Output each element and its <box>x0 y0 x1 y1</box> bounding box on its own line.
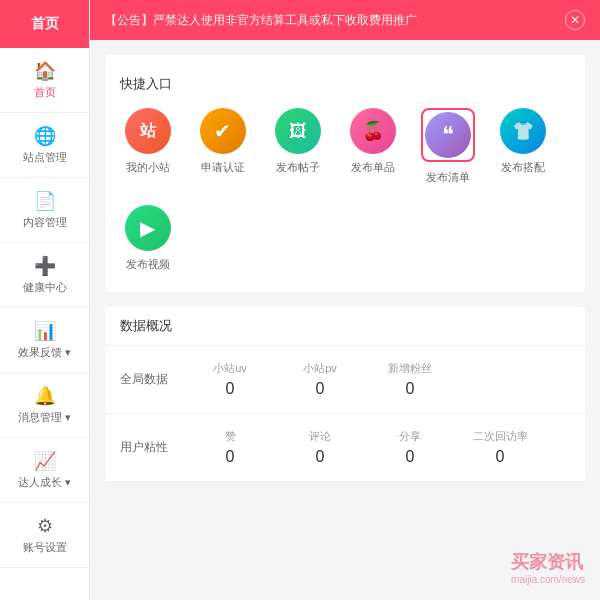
apply-auth-circle: ✔ <box>200 108 246 154</box>
sidebar-label-content: 内容管理 <box>23 215 67 230</box>
global-data-metrics: 小站uv 0 小站pv 0 新增粉丝 0 <box>200 361 570 398</box>
my-site-circle: 站 <box>125 108 171 154</box>
post-single-label: 发布单品 <box>351 160 395 175</box>
sidebar-item-home[interactable]: 🏠 首页 <box>0 48 89 113</box>
site-pv-name: 小站pv <box>303 361 337 376</box>
quick-item-post-list[interactable]: ❝ 发布清单 <box>420 108 475 185</box>
post-list-selected-wrapper: ❝ <box>421 108 475 162</box>
sidebar-item-health-center[interactable]: ➕ 健康中心 <box>0 243 89 308</box>
return-rate-value: 0 <box>496 448 505 466</box>
comments-value: 0 <box>316 448 325 466</box>
sidebar-item-account-settings[interactable]: ⚙ 账号设置 <box>0 503 89 568</box>
user-sticky-label: 用户粘性 <box>120 439 200 456</box>
user-sticky-metrics: 赞 0 评论 0 分享 0 二次回访率 0 <box>200 429 570 466</box>
quick-item-post-sticker[interactable]: 🖼 发布帖子 <box>270 108 325 175</box>
data-row-user-sticky: 用户粘性 赞 0 评论 0 分享 0 <box>105 414 585 482</box>
gear-icon: ⚙ <box>37 515 53 537</box>
new-fans-value: 0 <box>406 380 415 398</box>
post-match-circle: 👕 <box>500 108 546 154</box>
bell-icon: 🔔 <box>34 385 56 407</box>
watermark-url: maijia.com/news <box>511 574 585 585</box>
sidebar-item-content-manage[interactable]: 📄 内容管理 <box>0 178 89 243</box>
post-list-label: 发布清单 <box>426 170 470 185</box>
shares-name: 分享 <box>399 429 421 444</box>
sidebar-label-home: 首页 <box>34 85 56 100</box>
trending-icon: 📈 <box>34 450 56 472</box>
content-area: 快捷入口 站 我的小站 ✔ 申请认证 🖼 发布帖子 <box>90 40 600 600</box>
quick-item-post-single[interactable]: 🍒 发布单品 <box>345 108 400 175</box>
quick-item-post-video[interactable]: ▶ 发布视频 <box>120 205 175 272</box>
announcement-bar: 【公告】严禁达人使用非官方结算工具或私下收取费用推广 ✕ <box>90 0 600 40</box>
quick-item-apply-auth[interactable]: ✔ 申请认证 <box>195 108 250 175</box>
site-pv-value: 0 <box>316 380 325 398</box>
sidebar-label-effect: 效果反馈 ▾ <box>18 345 71 360</box>
quick-item-my-site[interactable]: 站 我的小站 <box>120 108 175 175</box>
shares-value: 0 <box>406 448 415 466</box>
globe-icon: 🌐 <box>34 125 56 147</box>
apply-auth-label: 申请认证 <box>201 160 245 175</box>
sidebar-label-site: 站点管理 <box>23 150 67 165</box>
quick-entry-title: 快捷入口 <box>120 75 570 93</box>
watermark: 买家资讯 maijia.com/news <box>511 550 585 585</box>
metric-new-fans: 新增粉丝 0 <box>380 361 440 398</box>
metric-site-uv: 小站uv 0 <box>200 361 260 398</box>
post-list-circle: ❝ <box>425 112 471 158</box>
document-icon: 📄 <box>34 190 56 212</box>
sidebar: 首页 🏠 首页 🌐 站点管理 📄 内容管理 ➕ 健康中心 📊 效果反馈 ▾ 🔔 … <box>0 0 90 600</box>
main-content: 【公告】严禁达人使用非官方结算工具或私下收取费用推广 ✕ 快捷入口 站 我的小站 <box>90 0 600 600</box>
post-video-circle: ▶ <box>125 205 171 251</box>
post-sticker-label: 发布帖子 <box>276 160 320 175</box>
sidebar-item-message-manage[interactable]: 🔔 消息管理 ▾ <box>0 373 89 438</box>
post-sticker-circle: 🖼 <box>275 108 321 154</box>
close-icon: ✕ <box>570 13 580 27</box>
site-uv-value: 0 <box>226 380 235 398</box>
watermark-brand: 买家资讯 <box>511 550 585 574</box>
new-fans-name: 新增粉丝 <box>388 361 432 376</box>
metric-site-pv: 小站pv 0 <box>290 361 350 398</box>
sidebar-item-site-manage[interactable]: 🌐 站点管理 <box>0 113 89 178</box>
sidebar-label-message: 消息管理 ▾ <box>18 410 71 425</box>
home-icon: 🏠 <box>34 60 56 82</box>
metric-comments: 评论 0 <box>290 429 350 466</box>
sidebar-label-account: 账号设置 <box>23 540 67 555</box>
sidebar-item-effect-feedback[interactable]: 📊 效果反馈 ▾ <box>0 308 89 373</box>
comments-name: 评论 <box>309 429 331 444</box>
sidebar-item-talent-growth[interactable]: 📈 达人成长 ▾ <box>0 438 89 503</box>
announcement-close-button[interactable]: ✕ <box>565 10 585 30</box>
site-uv-name: 小站uv <box>213 361 247 376</box>
plus-icon: ➕ <box>34 255 56 277</box>
quick-entry-grid: 站 我的小站 ✔ 申请认证 🖼 发布帖子 🍒 <box>120 108 570 272</box>
metric-shares: 分享 0 <box>380 429 440 466</box>
post-match-label: 发布搭配 <box>501 160 545 175</box>
post-video-label: 发布视频 <box>126 257 170 272</box>
my-site-label: 我的小站 <box>126 160 170 175</box>
post-single-circle: 🍒 <box>350 108 396 154</box>
quick-item-post-match[interactable]: 👕 发布搭配 <box>495 108 550 175</box>
global-data-label: 全局数据 <box>120 371 200 388</box>
data-overview-section: 数据概况 全局数据 小站uv 0 小站pv 0 新 <box>105 307 585 482</box>
announcement-text: 【公告】严禁达人使用非官方结算工具或私下收取费用推广 <box>105 12 555 29</box>
quick-entry-section: 快捷入口 站 我的小站 ✔ 申请认证 🖼 发布帖子 <box>105 55 585 292</box>
likes-name: 赞 <box>225 429 236 444</box>
sidebar-label-health: 健康中心 <box>23 280 67 295</box>
metric-return-rate: 二次回访率 0 <box>470 429 530 466</box>
data-overview-header: 数据概况 <box>105 307 585 346</box>
likes-value: 0 <box>226 448 235 466</box>
data-row-global: 全局数据 小站uv 0 小站pv 0 新增粉丝 0 <box>105 346 585 414</box>
return-rate-name: 二次回访率 <box>473 429 528 444</box>
sidebar-label-talent: 达人成长 ▾ <box>18 475 71 490</box>
sidebar-logo: 首页 <box>0 0 89 48</box>
metric-likes: 赞 0 <box>200 429 260 466</box>
chart-icon: 📊 <box>34 320 56 342</box>
